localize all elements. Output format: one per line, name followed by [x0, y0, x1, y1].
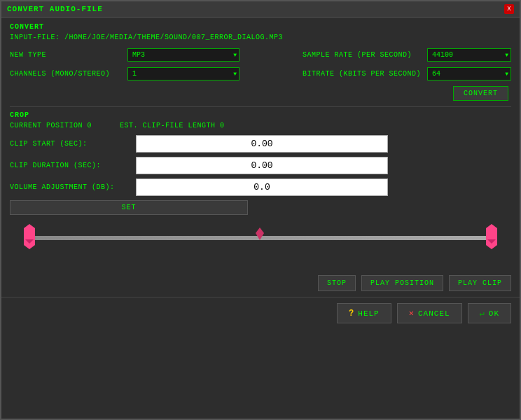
- svg-marker-4: [256, 227, 264, 240]
- volume-adj-label: VOLUME ADJUSTMENT (DB):: [10, 183, 136, 191]
- help-button[interactable]: ? HELP: [337, 303, 391, 323]
- new-type-dropdown[interactable]: MP3 WAV OGG FLAC: [127, 48, 239, 62]
- input-file-value: /HOME/JOE/MEDIA/THEME/SOUND/007_ERROR_DI…: [64, 34, 283, 41]
- slider-container[interactable]: [18, 222, 503, 257]
- set-btn-row: SET: [10, 200, 511, 215]
- crop-info-row: CURRENT POSITION 0 EST. CLIP-FILE LENGTH…: [10, 122, 511, 130]
- est-clip-length-value: 0: [220, 122, 225, 130]
- help-label: HELP: [358, 309, 379, 318]
- type-sample-row: NEW TYPE MP3 WAV OGG FLAC ▼ SAMPLE RATE …: [10, 48, 511, 62]
- window-title: CONVERT AUDIO-FILE: [7, 5, 103, 13]
- clip-start-input[interactable]: [136, 135, 388, 153]
- est-clip-length-label: EST. CLIP-FILE LENGTH 0: [120, 122, 225, 130]
- convert-button[interactable]: CONVERT: [453, 86, 508, 101]
- close-button[interactable]: X: [504, 4, 514, 14]
- clip-start-label: CLIP START (SEC):: [10, 140, 136, 148]
- playback-buttons: STOP PLAY POSITION PLAY CLIP: [1, 272, 520, 294]
- clip-duration-label: CLIP DURATION (SEC):: [10, 162, 136, 169]
- current-position-value: 0: [88, 122, 92, 130]
- clip-start-row: CLIP START (SEC):: [10, 135, 511, 153]
- clip-duration-row: CLIP DURATION (SEC):: [10, 157, 511, 174]
- volume-adj-input[interactable]: [136, 178, 388, 196]
- help-icon: ?: [349, 309, 354, 318]
- bitrate-dropdown[interactable]: 64 128 192 256 320: [427, 67, 511, 80]
- svg-marker-2: [486, 224, 497, 249]
- slider-mid-marker[interactable]: [256, 227, 264, 240]
- channels-dropdown[interactable]: 1 2: [127, 67, 239, 80]
- cancel-label: CANCEL: [418, 309, 450, 318]
- title-bar: CONVERT AUDIO-FILE X: [1, 1, 520, 18]
- svg-marker-0: [24, 224, 35, 249]
- bitrate-label: BITRATE (KBITS PER SECOND): [303, 70, 422, 78]
- slider-handle-left[interactable]: [24, 224, 35, 249]
- convert-btn-row: CONVERT: [10, 86, 511, 101]
- crop-section: CROP CURRENT POSITION 0 EST. CLIP-FILE L…: [10, 111, 511, 257]
- ok-button[interactable]: ↵ OK: [468, 303, 511, 323]
- cancel-button[interactable]: ✕ CANCEL: [397, 303, 462, 323]
- convert-section-label: CONVERT: [10, 23, 511, 31]
- channels-label: CHANNELS (MONO/STEREO): [10, 70, 122, 78]
- current-position-label: CURRENT POSITION 0: [10, 122, 92, 130]
- input-file-label: INPUT-FILE:: [10, 34, 60, 41]
- input-file-row: INPUT-FILE: /HOME/JOE/MEDIA/THEME/SOUND/…: [10, 34, 511, 41]
- new-type-label: NEW TYPE: [10, 51, 122, 59]
- crop-section-label: CROP: [10, 111, 511, 119]
- channels-bitrate-row: CHANNELS (MONO/STEREO) 1 2 ▼ BITRATE (KB…: [10, 67, 511, 80]
- ok-label: OK: [489, 309, 499, 318]
- stop-button[interactable]: STOP: [318, 275, 356, 291]
- channels-dropdown-wrapper: 1 2 ▼: [127, 67, 239, 80]
- play-position-button[interactable]: PLAY POSITION: [361, 275, 443, 291]
- play-clip-button[interactable]: PLAY CLIP: [449, 275, 511, 291]
- new-type-dropdown-wrapper: MP3 WAV OGG FLAC ▼: [127, 48, 239, 62]
- sample-rate-dropdown[interactable]: 44100 22050 11025 8000: [427, 48, 511, 62]
- ok-icon: ↵: [480, 308, 485, 318]
- clip-duration-input[interactable]: [136, 157, 388, 174]
- slider-handle-right[interactable]: [486, 224, 497, 249]
- footer-buttons: ? HELP ✕ CANCEL ↵ OK: [1, 297, 520, 329]
- bitrate-dropdown-wrapper: 64 128 192 256 320 ▼: [427, 67, 511, 80]
- volume-adj-row: VOLUME ADJUSTMENT (DB):: [10, 178, 511, 196]
- cancel-icon: ✕: [409, 308, 415, 318]
- sample-rate-dropdown-wrapper: 44100 22050 11025 8000 ▼: [427, 48, 511, 62]
- sample-rate-label: SAMPLE RATE (PER SECOND): [303, 51, 422, 59]
- set-button[interactable]: SET: [10, 200, 248, 215]
- main-window: CONVERT AUDIO-FILE X CONVERT INPUT-FILE:…: [0, 0, 521, 420]
